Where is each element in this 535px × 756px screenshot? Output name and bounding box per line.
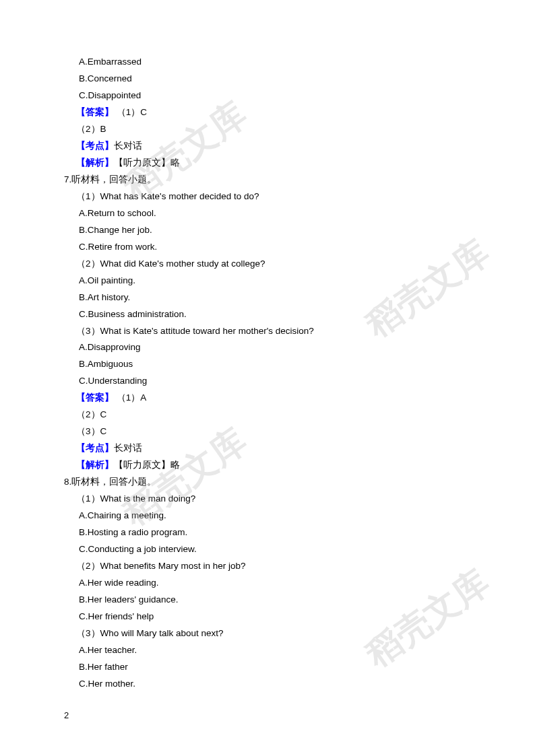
option: B.Hosting a radio program. [64, 524, 471, 541]
sub-question: （3）What is Kate's attitude toward her mo… [64, 323, 471, 340]
page-number: 2 [64, 708, 69, 724]
jiexi-label: 【解析】 [76, 158, 114, 168]
document-body: A.Embarrassed B.Concerned C.Disappointed… [64, 54, 471, 693]
answer-value: （1）A [117, 392, 147, 403]
sub-question: （1）What has Kate's mother decided to do? [64, 188, 471, 205]
jiexi-text: 【听力原文】略 [114, 460, 180, 470]
option: C.Business administration. [64, 306, 471, 323]
option: B.Concerned [64, 71, 471, 88]
jiexi-line: 【解析】【听力原文】略 [64, 457, 471, 474]
option: C.Her friends' help [64, 609, 471, 625]
answer-value: （3）C [64, 423, 471, 440]
option: C.Conducting a job interview. [64, 541, 471, 558]
kaodian-text: 长对话 [114, 141, 142, 151]
option: A.Chairing a meeting. [64, 508, 471, 524]
sub-question: （3）Who will Mary talk about next? [64, 625, 471, 642]
option: C.Understanding [64, 373, 471, 390]
kaodian-text: 长对话 [114, 443, 142, 453]
option: A.Oil painting. [64, 273, 471, 289]
question-stem: 7.听材料，回答小题。 [64, 172, 471, 188]
jiexi-line: 【解析】【听力原文】略 [64, 155, 471, 172]
sub-question: （2）What did Kate's mother study at colle… [64, 256, 471, 273]
jiexi-text: 【听力原文】略 [114, 158, 180, 168]
option: A.Return to school. [64, 205, 471, 222]
answer-value: （2）B [64, 121, 471, 138]
option: C.Her mother. [64, 676, 471, 693]
kaodian-label: 【考点】 [76, 443, 114, 453]
answer-label: 【答案】 [76, 392, 114, 403]
option: B.Her father [64, 659, 471, 676]
option: A.Her wide reading. [64, 575, 471, 592]
answer-value: （2）C [64, 407, 471, 423]
sub-question: （1）What is the man doing? [64, 491, 471, 508]
answer-value: （1）C [117, 107, 147, 117]
answer-line: 【答案】 （1）C [64, 104, 471, 121]
option: C.Disappointed [64, 88, 471, 104]
kaodian-line: 【考点】长对话 [64, 440, 471, 457]
option: B.Change her job. [64, 222, 471, 239]
kaodian-line: 【考点】长对话 [64, 138, 471, 155]
kaodian-label: 【考点】 [76, 141, 114, 151]
question-stem: 8.听材料，回答小题。 [64, 474, 471, 491]
option: A.Her teacher. [64, 642, 471, 659]
jiexi-label: 【解析】 [76, 460, 114, 470]
option: B.Ambiguous [64, 356, 471, 373]
option: A.Embarrassed [64, 54, 471, 71]
sub-question: （2）What benefits Mary most in her job? [64, 558, 471, 575]
option: C.Retire from work. [64, 239, 471, 256]
answer-label: 【答案】 [76, 107, 114, 117]
answer-line: 【答案】 （1）A [64, 390, 471, 407]
option: B.Art history. [64, 289, 471, 306]
option: B.Her leaders' guidance. [64, 592, 471, 609]
option: A.Disapproving [64, 339, 471, 356]
